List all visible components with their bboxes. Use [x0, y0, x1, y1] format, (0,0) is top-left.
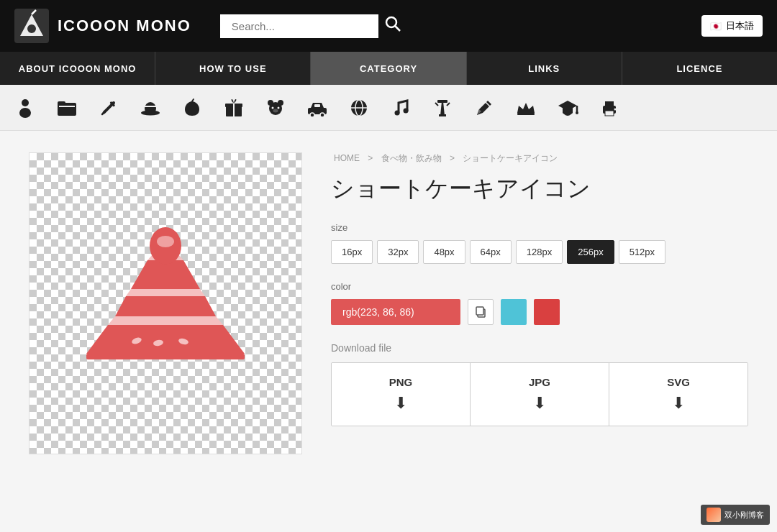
svg-marker-53 [108, 316, 223, 325]
breadcrumb-current: ショートケーキアイコン [463, 153, 558, 163]
graduation-category-icon[interactable] [557, 97, 578, 119]
music-category-icon[interactable] [390, 97, 412, 119]
svg-point-59 [157, 236, 174, 247]
size-btn-64[interactable]: 64px [470, 240, 512, 264]
nav-about[interactable]: ABOUT ICOOON MONO [0, 52, 155, 85]
svg-rect-50 [605, 111, 614, 116]
svg-point-47 [576, 111, 578, 114]
animal-category-icon[interactable] [265, 97, 286, 119]
crown-category-icon[interactable] [515, 97, 537, 119]
svg-point-7 [19, 108, 31, 118]
svg-point-23 [268, 100, 273, 106]
svg-rect-38 [437, 100, 447, 103]
svg-point-26 [278, 106, 280, 109]
jpg-download-icon: ⬇ [533, 394, 546, 413]
breadcrumb-category[interactable]: 食べ物・飲み物 [381, 153, 442, 163]
svg-line-41 [447, 103, 450, 106]
svg-rect-44 [517, 113, 535, 115]
svg-point-27 [273, 109, 278, 112]
size-label: size [331, 222, 748, 233]
svg-marker-55 [126, 289, 205, 296]
sphere-category-icon[interactable] [348, 97, 370, 119]
copy-color-button[interactable] [468, 299, 494, 325]
icon-info-panel: HOME > 食べ物・飲み物 > ショートケーキアイコン ショートケーキアイコン… [331, 152, 748, 454]
logo-unicorn-icon [14, 9, 49, 43]
png-download-icon: ⬇ [394, 394, 407, 413]
svg-rect-63 [86, 354, 245, 359]
gift-category-icon[interactable] [223, 97, 245, 119]
folder-category-icon[interactable] [56, 97, 78, 119]
svg-point-16 [145, 102, 156, 115]
svg-line-18 [192, 99, 194, 101]
breadcrumb-sep2: > [450, 153, 455, 163]
download-jpg-button[interactable]: JPG ⬇ [471, 363, 609, 426]
size-btn-256[interactable]: 256px [567, 240, 614, 264]
nav-category[interactable]: CATEGORY [311, 52, 466, 85]
svg-rect-9 [58, 101, 65, 105]
svg-line-14 [102, 111, 105, 114]
svg-rect-39 [439, 114, 446, 116]
svg-rect-17 [145, 106, 156, 107]
site-name: ICOOON MONO [58, 17, 191, 35]
size-btn-128[interactable]: 128px [516, 240, 563, 264]
svg-point-13 [112, 101, 115, 104]
breadcrumb-home[interactable]: HOME [334, 153, 360, 163]
svg-point-3 [27, 24, 36, 33]
flag-icon: 🇯🇵 [710, 21, 722, 32]
nav-links[interactable]: LINKS [467, 52, 622, 85]
size-buttons-group: 16px 32px 48px 64px 128px 256px 512px [331, 240, 748, 264]
svg-marker-54 [115, 296, 216, 316]
svg-point-35 [395, 110, 400, 115]
size-btn-16[interactable]: 16px [331, 240, 373, 264]
search-button[interactable] [384, 15, 401, 37]
svg-point-51 [614, 108, 617, 110]
color-section: color rgb(223, 86, 86) [331, 281, 748, 325]
copy-icon [474, 306, 487, 318]
png-label: PNG [389, 376, 413, 388]
shortcake-preview-icon [72, 210, 259, 397]
pencil-category-icon[interactable] [473, 97, 495, 119]
color-row: rgb(223, 86, 86) [331, 299, 748, 325]
nav-licence[interactable]: LICENCE [622, 52, 777, 85]
svg-point-36 [404, 108, 409, 113]
main-content: HOME > 食べ物・飲み物 > ショートケーキアイコン ショートケーキアイコン… [0, 131, 777, 476]
color-label: color [331, 281, 748, 292]
breadcrumb: HOME > 食べ物・飲み物 > ショートケーキアイコン [331, 152, 748, 165]
download-section: Download file PNG ⬇ JPG ⬇ SVG ⬇ [331, 342, 748, 426]
svg-point-29 [310, 113, 314, 117]
svg-line-40 [435, 103, 438, 106]
icon-title: ショートケーキアイコン [331, 173, 748, 205]
jpg-label: JPG [529, 376, 550, 388]
download-png-button[interactable]: PNG ⬇ [332, 363, 471, 426]
main-nav: ABOUT ICOOON MONO HOW TO USE CATEGORY LI… [0, 52, 777, 85]
language-button[interactable]: 🇯🇵 日本語 [701, 15, 763, 37]
preset-blue-button[interactable] [501, 299, 527, 325]
color-input[interactable]: rgb(223, 86, 86) [331, 299, 460, 325]
breadcrumb-sep1: > [368, 153, 373, 163]
svg-rect-31 [314, 104, 320, 107]
hat-category-icon[interactable] [140, 97, 161, 119]
size-btn-512[interactable]: 512px [619, 240, 665, 264]
food-category-icon[interactable] [181, 97, 203, 119]
lighthouse-category-icon[interactable] [432, 97, 453, 119]
printer-category-icon[interactable] [599, 97, 620, 119]
person-category-icon[interactable] [14, 97, 36, 119]
download-svg-button[interactable]: SVG ⬇ [609, 363, 748, 426]
preset-red-button[interactable] [534, 299, 560, 325]
svg-point-6 [22, 99, 29, 106]
svg-rect-65 [476, 307, 483, 315]
svg-point-25 [272, 106, 274, 109]
download-label: Download file [331, 342, 748, 354]
size-btn-32[interactable]: 32px [377, 240, 419, 264]
language-label: 日本語 [726, 19, 754, 32]
nav-how-to-use[interactable]: HOW TO USE [155, 52, 311, 85]
svg-marker-37 [440, 101, 445, 116]
size-btn-48[interactable]: 48px [423, 240, 465, 264]
search-area [220, 14, 401, 38]
svg-point-30 [320, 113, 324, 117]
logo-area[interactable]: ICOOON MONO [14, 9, 191, 43]
search-input[interactable] [220, 14, 378, 38]
car-category-icon[interactable] [306, 97, 328, 119]
medical-category-icon[interactable] [98, 97, 119, 119]
svg-label: SVG [667, 376, 690, 388]
